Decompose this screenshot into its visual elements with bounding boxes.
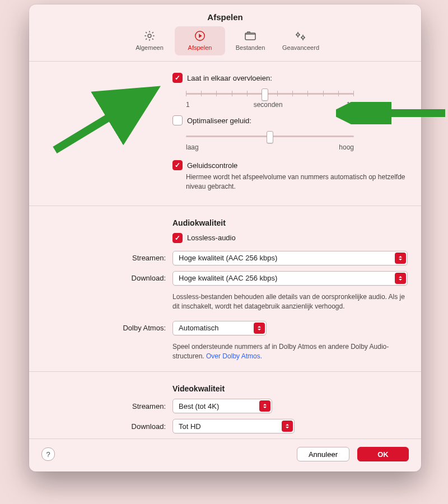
enhancer-slider[interactable]	[186, 131, 354, 141]
dolby-label: Dolby Atmos:	[43, 324, 172, 332]
select-value: Hoge kwaliteit (AAC 256 kbps)	[179, 254, 277, 262]
tab-general[interactable]: Algemeen	[124, 26, 175, 55]
dolby-note: Speel ondersteunde nummers af in Dolby A…	[172, 342, 408, 362]
select-audio-download[interactable]: Hoge kwaliteit (AAC 256 kbps)	[172, 271, 408, 286]
crossfade-max: 12	[347, 101, 354, 109]
chevron-updown-icon	[259, 400, 270, 412]
audio-download-label: Download:	[43, 274, 172, 282]
select-dolby-atmos[interactable]: Automatisch	[172, 321, 267, 335]
play-circle-icon	[194, 30, 206, 42]
chevron-updown-icon	[395, 273, 406, 284]
crossfade-unit: seconden	[190, 101, 347, 109]
preferences-content: Laat in elkaar overvloeien: 1 seconden 1…	[29, 62, 421, 439]
crossfade-slider-group: 1 seconden 12	[172, 85, 354, 110]
select-video-download[interactable]: Tot HD	[172, 419, 295, 433]
video-download-label: Download:	[43, 422, 172, 431]
dialog-footer: ? Annuleer OK	[29, 438, 421, 472]
cancel-button[interactable]: Annuleer	[297, 447, 349, 461]
svg-point-3	[297, 34, 299, 36]
gears-icon	[293, 30, 308, 42]
section-audio-quality: Audiokwaliteit Lossless-audio Streamen: …	[29, 206, 421, 372]
help-button[interactable]: ?	[41, 447, 55, 461]
window-title: Afspelen	[29, 12, 421, 22]
titlebar: Afspelen	[29, 4, 421, 23]
tab-playback[interactable]: Afspelen	[175, 26, 225, 55]
tab-files[interactable]: Bestanden	[225, 26, 276, 55]
preferences-window: Afspelen Algemeen Afspelen Bestanden Gea…	[29, 4, 421, 472]
select-value: Best (tot 4K)	[179, 402, 219, 410]
checkbox-crossfade[interactable]	[172, 73, 183, 83]
select-value: Automatisch	[179, 324, 219, 332]
select-video-stream[interactable]: Best (tot 4K)	[172, 399, 272, 413]
select-value: Hoge kwaliteit (AAC 256 kbps)	[179, 274, 277, 282]
lossless-note: Lossless-bestanden behouden alle details…	[172, 292, 408, 312]
enhancer-slider-group: laag hoog	[172, 128, 354, 152]
chevron-updown-icon	[254, 323, 265, 334]
enhancer-high: hoog	[339, 143, 354, 151]
lossless-label: Lossless-audio	[187, 234, 236, 242]
svg-point-0	[148, 34, 151, 38]
audio-heading: Audiokwaliteit	[172, 218, 408, 227]
crossfade-label: Laat in elkaar overvloeien:	[187, 74, 272, 82]
tab-advanced[interactable]: Geavanceerd	[276, 26, 326, 55]
enhancer-low: laag	[186, 143, 199, 151]
crossfade-min: 1	[186, 101, 190, 109]
tab-label: Bestanden	[236, 44, 265, 51]
chevron-updown-icon	[395, 253, 406, 264]
checkbox-lossless[interactable]	[172, 233, 183, 243]
video-heading: Videokwaliteit	[172, 384, 408, 393]
enhancer-label: Optimaliseer geluid:	[187, 116, 251, 125]
audio-stream-label: Streamen:	[43, 254, 172, 262]
tab-label: Algemeen	[136, 44, 164, 51]
select-audio-stream[interactable]: Hoge kwaliteit (AAC 256 kbps)	[172, 251, 408, 265]
preferences-toolbar: Algemeen Afspelen Bestanden Geavanceerd	[29, 23, 421, 61]
soundcheck-label: Geluidscontrole	[187, 161, 237, 170]
soundcheck-desc: Hiermee wordt het afspeelvolume van numm…	[172, 172, 408, 192]
link-about-dolby[interactable]: Over Dolby Atmos.	[206, 352, 262, 360]
video-stream-label: Streamen:	[43, 402, 172, 410]
checkbox-soundcheck[interactable]	[172, 160, 183, 170]
ok-button[interactable]: OK	[357, 447, 409, 461]
folder-icon	[244, 30, 257, 42]
tab-label: Afspelen	[188, 44, 212, 51]
crossfade-slider[interactable]	[186, 88, 354, 99]
tab-label: Geavanceerd	[282, 44, 319, 51]
select-value: Tot HD	[179, 422, 201, 431]
checkbox-sound-enhancer[interactable]	[172, 115, 183, 125]
svg-point-4	[302, 36, 304, 39]
section-video-quality: Videokwaliteit Streamen: Best (tot 4K) D…	[29, 372, 421, 439]
gear-icon	[143, 30, 156, 42]
chevron-updown-icon	[282, 421, 293, 432]
section-playback: Laat in elkaar overvloeien: 1 seconden 1…	[29, 62, 421, 206]
